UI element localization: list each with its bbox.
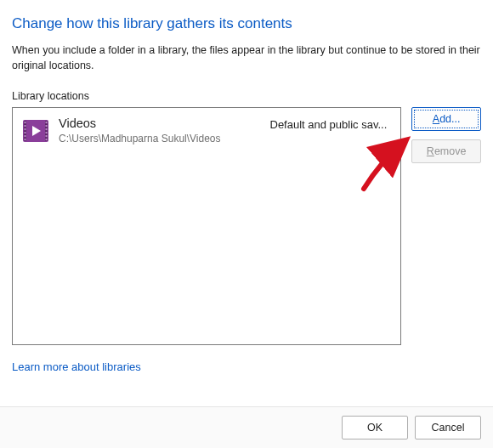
description-text: When you include a folder in a library, … — [12, 43, 481, 73]
svg-rect-4 — [25, 125, 26, 127]
svg-rect-8 — [25, 139, 26, 140]
item-path: C:\Users\Madhuparna Sukul\Videos — [59, 133, 264, 146]
svg-rect-14 — [46, 139, 48, 140]
learn-more-link[interactable]: Learn more about libraries — [12, 360, 141, 373]
page-title: Change how this library gathers its cont… — [12, 15, 481, 32]
library-locations-label: Library locations — [12, 90, 481, 102]
svg-rect-3 — [25, 122, 26, 123]
svg-rect-2 — [45, 121, 48, 141]
svg-rect-7 — [25, 135, 26, 137]
remove-button: Remove — [411, 139, 481, 163]
videos-folder-icon — [21, 116, 50, 145]
add-button[interactable]: Add... — [411, 107, 481, 131]
cancel-button[interactable]: Cancel — [415, 416, 481, 439]
library-locations-list[interactable]: Videos C:\Users\Madhuparna Sukul\Videos … — [12, 107, 401, 345]
svg-rect-9 — [46, 122, 48, 123]
svg-rect-5 — [25, 128, 26, 130]
item-name: Videos — [59, 116, 264, 131]
svg-rect-1 — [24, 121, 26, 141]
svg-rect-10 — [46, 125, 48, 127]
list-item[interactable]: Videos C:\Users\Madhuparna Sukul\Videos … — [13, 108, 400, 150]
svg-rect-6 — [25, 132, 26, 133]
svg-rect-13 — [46, 135, 48, 137]
svg-rect-11 — [46, 128, 48, 130]
ok-button[interactable]: OK — [342, 416, 408, 439]
svg-rect-12 — [46, 132, 48, 133]
item-status: Default and public sav... — [270, 116, 393, 131]
dialog-footer: OK Cancel — [0, 406, 493, 448]
